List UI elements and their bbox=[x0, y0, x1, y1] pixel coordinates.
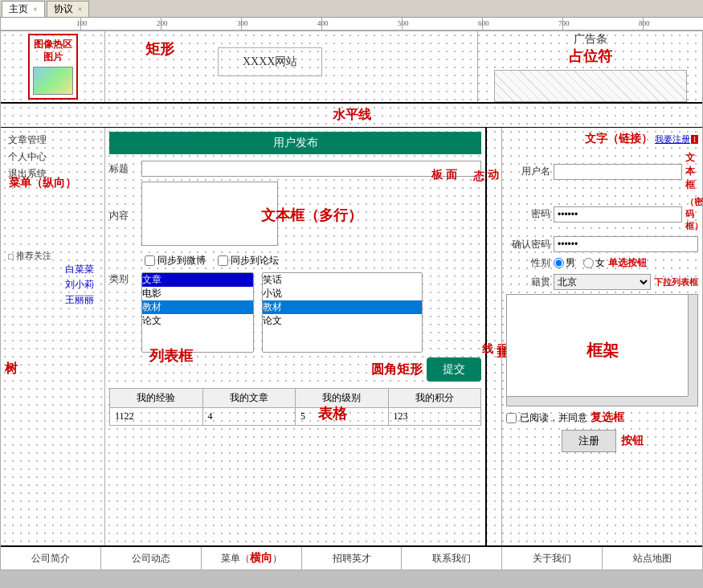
image-hotspot-box: 图像热区图片 bbox=[28, 34, 78, 99]
rect-label: 矩形 bbox=[145, 39, 174, 59]
gender-female-label: 女 bbox=[583, 256, 605, 270]
tree-item-1[interactable]: 白菜菜 bbox=[8, 262, 97, 277]
frame-label: 框架 bbox=[587, 340, 619, 361]
ruler-200: 200 bbox=[157, 19, 168, 27]
tree-item-3-label: 王丽丽 bbox=[65, 294, 94, 305]
nav-item-sitemap[interactable]: 站点地图 bbox=[603, 547, 702, 570]
city-select[interactable]: 北京 上海 bbox=[554, 274, 651, 290]
tab-agreement-close[interactable]: × bbox=[78, 5, 83, 14]
sidebar-item-profile-label: 个人中心 bbox=[8, 151, 47, 162]
ruler-800: 800 bbox=[639, 19, 650, 27]
btn-label-red: 按钮 bbox=[621, 434, 644, 448]
table-row: 1122 4 5 123 bbox=[110, 408, 481, 426]
list-item-textbook2[interactable]: 教材 bbox=[263, 300, 422, 314]
frame-scroll-vertical[interactable] bbox=[688, 295, 697, 396]
cell-points: 123 bbox=[388, 408, 481, 426]
sidebar-item-profile[interactable]: 个人中心 bbox=[5, 149, 100, 165]
radio-group: 男 女 bbox=[554, 256, 605, 270]
list-item-paper2[interactable]: 论文 bbox=[263, 314, 422, 328]
list-item-jokes[interactable]: 笑话 bbox=[263, 273, 422, 287]
tree-label: 树 bbox=[5, 361, 18, 378]
tree-item-3[interactable]: 王丽丽 bbox=[8, 292, 97, 308]
header-left: 图像热区图片 bbox=[1, 31, 105, 102]
list-item-paper[interactable]: 论文 bbox=[142, 314, 253, 328]
gender-female-radio[interactable] bbox=[583, 258, 594, 268]
sidebar-item-articles-label: 文章管理 bbox=[8, 134, 47, 145]
cell-experience: 1122 bbox=[110, 408, 203, 426]
tree-section: □ 推荐关注 白菜菜 刘小莉 王丽丽 bbox=[5, 247, 100, 311]
username-row: 用户名 文本框 bbox=[506, 151, 698, 192]
sync-forum-checkbox[interactable] bbox=[218, 255, 228, 266]
ruler-100: 100 bbox=[76, 19, 88, 27]
ruler-700: 700 bbox=[558, 19, 570, 27]
sidebar-item-articles[interactable]: 文章管理 bbox=[5, 132, 100, 149]
radio-label-red: 单选按钮 bbox=[608, 256, 647, 270]
frame-scroll-horizontal[interactable] bbox=[507, 396, 688, 406]
password-input[interactable] bbox=[554, 206, 682, 223]
nav-menu-label2: ） bbox=[272, 552, 282, 566]
menu-vertical-text: 菜单（纵向） bbox=[9, 177, 76, 189]
nav-item-menu[interactable]: 菜单（ 横向 ） bbox=[202, 547, 302, 570]
nav-about-label: 公司简介 bbox=[31, 552, 70, 566]
nav-news-label: 公司动态 bbox=[132, 552, 170, 566]
table-head: 我的经验 我的文章 我的级别 我的积分 bbox=[110, 389, 481, 408]
link-text[interactable]: 我要注册 bbox=[655, 133, 690, 145]
tree-item-2-label: 刘小莉 bbox=[65, 279, 94, 290]
tab-home[interactable]: 主页 × bbox=[2, 1, 45, 17]
nav-item-about[interactable]: 公司简介 bbox=[1, 547, 101, 570]
nav-about2-label: 关于我们 bbox=[533, 552, 571, 566]
title-label: 标题 bbox=[109, 162, 141, 176]
dynamic-label: 动态面板 bbox=[429, 160, 500, 161]
ruler-400: 400 bbox=[317, 19, 329, 27]
tree-header-label: 推荐关注 bbox=[16, 250, 51, 262]
col-articles: 我的文章 bbox=[202, 389, 296, 408]
hline-label: 水平线 bbox=[333, 108, 371, 121]
right-panel: 文字（链接） 我要注册 1 用户名 文本框 密码 （密码框） 确认密码 bbox=[501, 128, 702, 545]
sync-forum-text: 同步到论坛 bbox=[231, 254, 279, 267]
tab-agreement[interactable]: 协议 × bbox=[47, 1, 90, 17]
confirm-row: 确认密码 bbox=[506, 236, 698, 252]
nav-sitemap-label: 站点地图 bbox=[633, 552, 672, 566]
header-section: 图像热区图片 矩形 XXXX网站 广告条 占位符 bbox=[1, 31, 702, 104]
table-container: 我的经验 我的文章 我的级别 我的积分 1122 4 5 123 bbox=[109, 388, 481, 426]
nav-item-about2[interactable]: 关于我们 bbox=[502, 547, 603, 570]
username-input[interactable] bbox=[554, 164, 682, 180]
content-textarea[interactable] bbox=[141, 182, 278, 246]
password-label: 密码 bbox=[506, 207, 550, 221]
content-row: 内容 文本框（多行） bbox=[109, 182, 481, 249]
nav-menu-label: 菜单（ bbox=[221, 552, 250, 566]
tree-toggle-icon[interactable]: □ bbox=[8, 251, 14, 261]
list-item-movie[interactable]: 电影 bbox=[142, 287, 253, 300]
table-label: 表格 bbox=[318, 404, 347, 423]
tree-item-2[interactable]: 刘小莉 bbox=[8, 277, 97, 292]
agree-checkbox[interactable] bbox=[506, 413, 517, 423]
list-item-novel[interactable]: 小说 bbox=[263, 287, 422, 300]
sync-weibo-checkbox[interactable] bbox=[145, 255, 155, 266]
tab-home-close[interactable]: × bbox=[33, 5, 38, 14]
list-item-article[interactable]: 文章 bbox=[142, 273, 253, 287]
title-row: 标题 bbox=[109, 161, 481, 177]
gender-male-radio[interactable] bbox=[554, 258, 564, 268]
register-button[interactable]: 注册 bbox=[562, 430, 616, 452]
list-item-textbook[interactable]: 教材 bbox=[142, 300, 253, 314]
category-listbox-left[interactable]: 文章 电影 教材 论文 bbox=[141, 272, 254, 353]
cell-articles: 4 bbox=[202, 408, 296, 426]
nav-item-contact[interactable]: 联系我们 bbox=[402, 547, 502, 570]
confirm-input[interactable] bbox=[554, 236, 698, 252]
submit-button[interactable]: 提交 bbox=[427, 357, 481, 382]
data-table: 我的经验 我的文章 我的级别 我的积分 1122 4 5 123 bbox=[109, 388, 481, 426]
gender-row: 性别 男 女 单选按钮 bbox=[506, 256, 698, 270]
adbar-box bbox=[494, 70, 687, 102]
text-link-label: 文字（链接） bbox=[585, 132, 652, 146]
nav-item-news[interactable]: 公司动态 bbox=[101, 547, 202, 570]
nav-item-recruit[interactable]: 招聘英才 bbox=[302, 547, 403, 570]
user-publish-bar: 用户发布 bbox=[109, 132, 481, 154]
category-label: 类别 bbox=[109, 272, 141, 286]
image-hotspot-label: 图像热区图片 bbox=[33, 39, 73, 63]
menu-vertical-label: 菜单（纵向） bbox=[9, 176, 76, 190]
checkbox-row: 同步到微博 同步到论坛 bbox=[109, 254, 481, 267]
header-right: 广告条 占位符 bbox=[477, 31, 702, 102]
title-input[interactable] bbox=[141, 161, 481, 177]
category-listbox-right[interactable]: 笑话 小说 教材 论文 bbox=[262, 272, 423, 353]
image-thumbnail bbox=[33, 67, 73, 95]
